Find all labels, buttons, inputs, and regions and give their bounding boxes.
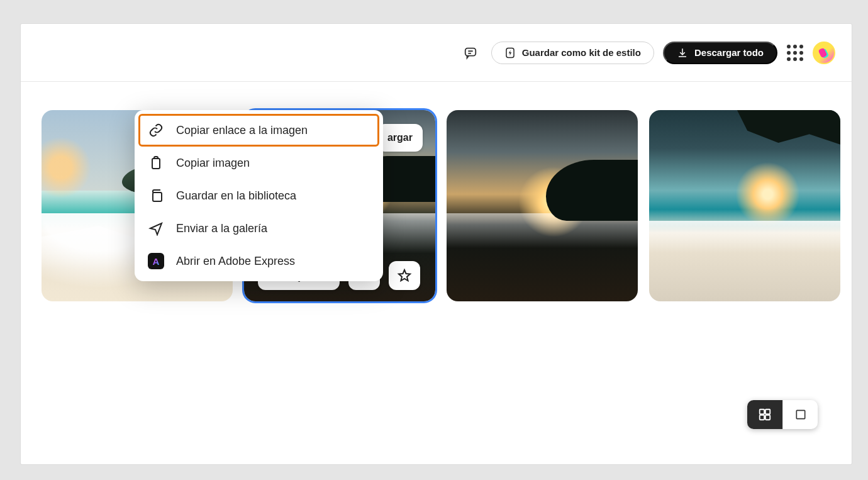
menu-copy-image[interactable]: Copiar imagen (135, 147, 383, 179)
link-icon (147, 121, 165, 139)
grid-icon (758, 408, 772, 421)
square-icon (794, 408, 807, 421)
download-chip[interactable]: argar (377, 124, 423, 152)
download-all-label: Descargar todo (694, 47, 764, 58)
top-bar: Guardar como kit de estilo Descargar tod… (21, 24, 852, 82)
download-chip-label: argar (387, 132, 413, 143)
context-menu: Copiar enlace a la imagen Copiar imagen … (135, 110, 383, 281)
download-icon (677, 47, 688, 59)
svg-rect-6 (796, 410, 804, 418)
bolt-badge-icon (504, 47, 516, 59)
svg-rect-4 (760, 415, 764, 420)
clipboard-icon (147, 154, 165, 172)
svg-rect-3 (765, 410, 770, 414)
single-view-button[interactable] (782, 400, 818, 429)
send-icon (147, 220, 165, 237)
view-toggle (747, 400, 818, 429)
menu-copy-link-label: Copiar enlace a la imagen (176, 124, 308, 137)
svg-rect-0 (465, 48, 476, 55)
svg-rect-7 (152, 159, 160, 169)
adobe-express-icon: A (147, 252, 165, 270)
menu-copy-link[interactable]: Copiar enlace a la imagen (135, 114, 383, 147)
menu-save-library-label: Guardar en la biblioteca (176, 189, 296, 203)
menu-open-express[interactable]: A Abrir en Adobe Express (135, 245, 383, 277)
grid-view-button[interactable] (747, 400, 782, 429)
menu-copy-image-label: Copiar imagen (176, 157, 250, 170)
image-thumbnail[interactable] (447, 110, 638, 301)
avatar[interactable] (813, 42, 835, 64)
save-style-kit-label: Guardar como kit de estilo (522, 47, 641, 58)
svg-rect-2 (760, 410, 764, 414)
svg-rect-5 (765, 415, 770, 420)
menu-send-gallery-label: Enviar a la galería (176, 222, 267, 235)
menu-open-express-label: Abrir en Adobe Express (176, 255, 295, 268)
favorite-group (389, 261, 420, 290)
comment-icon[interactable] (459, 41, 482, 65)
download-all-button[interactable]: Descargar todo (663, 42, 777, 64)
menu-save-library[interactable]: Guardar en la biblioteca (135, 179, 383, 212)
svg-rect-8 (153, 193, 162, 201)
apps-grid-icon[interactable] (786, 44, 804, 62)
star-icon[interactable] (396, 267, 413, 284)
library-icon (147, 187, 165, 204)
save-style-kit-button[interactable]: Guardar como kit de estilo (491, 42, 654, 64)
image-thumbnail[interactable] (649, 110, 840, 301)
menu-send-gallery[interactable]: Enviar a la galería (135, 212, 383, 245)
